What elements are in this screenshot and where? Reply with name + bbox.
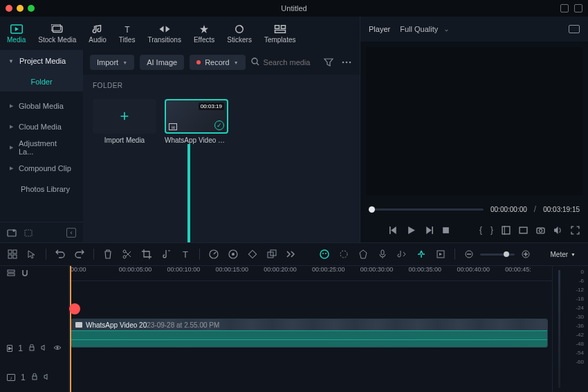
transitions-icon — [158, 24, 172, 35]
svg-point-47 — [322, 253, 324, 254]
audio-track-header[interactable]: ♪ 1 — [0, 363, 68, 392]
chevron-right-icon: ▶ — [10, 166, 13, 171]
svg-rect-58 — [8, 270, 15, 272]
zoom-in-button[interactable] — [520, 249, 531, 260]
group-button[interactable] — [266, 249, 277, 260]
crop-button[interactable] — [141, 249, 152, 260]
timeline-tracks[interactable]: 00:00 00:00:05:00 00:00:10:00 00:00:15:0… — [69, 266, 552, 392]
redo-button[interactable] — [74, 249, 85, 260]
preview-viewport[interactable] — [366, 47, 582, 195]
mute-icon[interactable] — [41, 344, 48, 353]
volume-icon[interactable] — [553, 226, 562, 235]
ai-tool-icon[interactable] — [319, 249, 330, 260]
snapshot-icon[interactable] — [569, 25, 580, 33]
enhance-icon[interactable] — [338, 249, 349, 260]
tab-audio[interactable]: Audio — [89, 24, 107, 44]
scrub-bar[interactable] — [369, 208, 484, 211]
play-button[interactable] — [407, 226, 416, 235]
layout-toggle-icon[interactable] — [560, 4, 569, 12]
media-clip-tile[interactable]: 00:03:19 ⊞ ✓ WhatsApp Video 202... — [165, 99, 228, 144]
auto-beat-icon[interactable] — [416, 249, 427, 260]
quality-dropdown[interactable]: Full Quality⌵ — [400, 25, 448, 33]
project-media-header[interactable]: ▼ Project Media — [0, 50, 83, 72]
tab-titles[interactable]: T Titles — [119, 24, 136, 44]
tab-media[interactable]: Media — [7, 24, 26, 44]
new-folder-icon[interactable] — [7, 228, 17, 238]
voiceover-icon[interactable] — [377, 249, 388, 260]
sidebar-item-cloud-media[interactable]: ▶Cloud Media — [0, 116, 83, 137]
bin-icon[interactable] — [24, 228, 33, 238]
mark-out-button[interactable]: } — [490, 225, 493, 235]
lock-icon[interactable] — [31, 373, 38, 382]
more-tools-icon[interactable] — [286, 249, 297, 260]
tab-stickers[interactable]: Stickers — [227, 24, 252, 44]
maximize-window-button[interactable] — [28, 5, 35, 12]
fullscreen-icon[interactable] — [571, 226, 580, 235]
audio-sync-icon[interactable] — [396, 249, 407, 260]
frame-forward-button[interactable] — [424, 226, 433, 235]
import-button[interactable]: Import▼ — [90, 55, 134, 70]
chevron-right-icon: ▶ — [10, 124, 13, 130]
svg-marker-61 — [42, 345, 44, 350]
scrub-playhead[interactable] — [369, 206, 375, 213]
close-window-button[interactable] — [6, 5, 12, 12]
render-icon[interactable] — [435, 249, 446, 260]
zoom-out-button[interactable] — [463, 249, 475, 260]
frame-back-button[interactable] — [389, 226, 398, 235]
meter-toggle[interactable]: Meter▼ — [540, 251, 582, 258]
check-icon: ✓ — [214, 121, 224, 130]
minimize-window-button[interactable] — [17, 5, 24, 12]
track-panel-icon[interactable] — [7, 269, 15, 278]
sidebar-item-compound-clip[interactable]: ▶Compound Clip — [0, 158, 83, 179]
split-button[interactable] — [122, 249, 133, 260]
lock-icon[interactable] — [28, 344, 35, 353]
zoom-slider[interactable] — [480, 253, 515, 256]
sidebar-item-adjustment-layer[interactable]: ▶Adjustment La... — [0, 137, 83, 158]
color-button[interactable] — [228, 249, 239, 260]
playhead[interactable] — [70, 266, 71, 392]
effects-icon — [197, 24, 211, 35]
svg-rect-34 — [8, 255, 12, 258]
svg-rect-25 — [443, 227, 449, 233]
timeline-view-icon[interactable] — [7, 249, 18, 260]
speed-button[interactable] — [208, 249, 219, 260]
playhead-handle[interactable] — [69, 303, 80, 314]
visibility-icon[interactable] — [53, 344, 62, 353]
snapshot-button[interactable] — [536, 226, 545, 235]
tab-transitions[interactable]: Transitions — [147, 24, 181, 44]
audio-edit-icon[interactable] — [160, 249, 172, 260]
marker-icon[interactable] — [358, 249, 369, 260]
selection-tool-icon[interactable] — [26, 249, 37, 260]
crop-view-icon[interactable] — [502, 226, 511, 235]
timeline-clip[interactable]: WhatsApp Video 2023-09-28 at 2.55.00 PM — [71, 319, 548, 348]
panel-toggle-icon[interactable] — [574, 4, 582, 12]
record-button[interactable]: Record▼ — [190, 55, 245, 70]
sidebar-item-photos-library[interactable]: Photos Library — [0, 179, 83, 199]
magnet-icon[interactable] — [21, 269, 29, 278]
compare-view-icon[interactable] — [519, 226, 528, 235]
plus-icon: + — [120, 107, 129, 125]
tab-templates[interactable]: Templates — [264, 24, 296, 44]
delete-button[interactable] — [102, 249, 113, 260]
sidebar-item-global-media[interactable]: ▶Global Media — [0, 96, 83, 116]
filter-icon[interactable] — [322, 56, 335, 69]
video-track-header[interactable]: ▶ 1 — [0, 334, 68, 363]
search-input[interactable] — [264, 58, 317, 66]
collapse-sidebar-button[interactable]: ‹ — [66, 228, 76, 238]
undo-button[interactable] — [55, 249, 66, 260]
ai-image-button[interactable]: AI Image — [140, 55, 184, 70]
mark-in-button[interactable]: { — [479, 225, 482, 235]
import-media-tile[interactable]: + Import Media — [93, 99, 156, 144]
record-icon — [196, 60, 201, 64]
zoom-slider-handle[interactable] — [504, 251, 509, 257]
keyframe-button[interactable] — [247, 249, 258, 260]
mute-icon[interactable] — [44, 373, 50, 382]
text-tool-icon[interactable]: T — [180, 249, 191, 260]
stop-button[interactable] — [441, 226, 450, 235]
folder-section-label: FOLDER — [83, 75, 360, 93]
more-options-icon[interactable] — [340, 56, 353, 69]
tab-stock-media[interactable]: Stock Media — [38, 24, 76, 44]
tab-effects[interactable]: Effects — [194, 24, 214, 44]
timeline-ruler[interactable]: 00:00 00:00:05:00 00:00:10:00 00:00:15:0… — [69, 266, 552, 281]
folder-button[interactable]: Folder — [0, 72, 83, 91]
